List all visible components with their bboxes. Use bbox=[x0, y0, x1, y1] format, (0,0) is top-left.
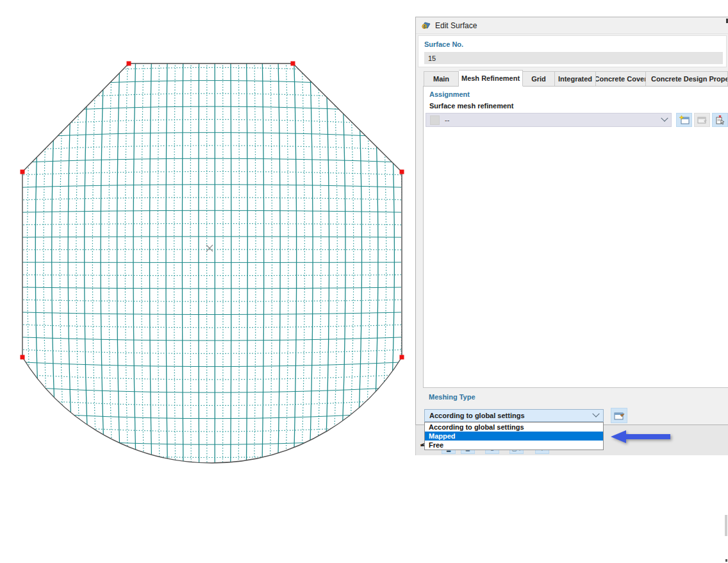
option-label: Mapped bbox=[429, 432, 456, 440]
surface-no-value: 15 bbox=[428, 55, 436, 62]
edit-window-icon-disabled bbox=[697, 116, 707, 124]
edit-settings-icon bbox=[614, 411, 625, 421]
option-label: According to global settings bbox=[429, 423, 524, 431]
tab-grid[interactable]: Grid bbox=[523, 71, 555, 87]
tab-concrete-cover[interactable]: Concrete Cover bbox=[596, 71, 646, 87]
surface-no-label: Surface No. bbox=[424, 40, 463, 48]
option-mapped[interactable]: Mapped bbox=[425, 432, 603, 441]
annotation-arrow-left-icon bbox=[610, 430, 672, 444]
color-swatch bbox=[430, 115, 440, 125]
mesh-viewport[interactable] bbox=[0, 0, 423, 487]
edit-surface-dialog: 6 Edit Surface Surface No. 15 Main Mesh … bbox=[415, 17, 728, 425]
tab-label: Integrated bbox=[558, 75, 592, 83]
new-window-icon bbox=[679, 115, 690, 124]
dialog-titlebar[interactable]: 6 Edit Surface bbox=[416, 17, 728, 34]
surface-icon: 6 bbox=[422, 21, 431, 29]
tab-mesh-refinement[interactable]: Mesh Refinement bbox=[459, 70, 523, 87]
delete-icon bbox=[715, 115, 725, 125]
tab-bar: Main Mesh Refinement Grid Integrated Con… bbox=[424, 70, 728, 87]
option-label: Free bbox=[429, 441, 443, 449]
edit-refinement-button[interactable] bbox=[694, 113, 710, 127]
surface-mesh-refinement-combobox[interactable]: -- bbox=[426, 113, 672, 127]
assignment-header: Assignment bbox=[429, 90, 470, 98]
svg-text:6: 6 bbox=[423, 24, 426, 29]
new-refinement-button[interactable] bbox=[676, 113, 692, 127]
tab-label: Grid bbox=[531, 75, 546, 83]
edge-dot-artifact bbox=[725, 559, 727, 562]
delete-refinement-button[interactable] bbox=[712, 113, 728, 127]
tab-label: Main bbox=[433, 75, 449, 83]
tab-label: Mesh Refinement bbox=[461, 74, 520, 82]
tab-main[interactable]: Main bbox=[424, 71, 459, 87]
tab-label: Concrete Design Proper bbox=[651, 75, 728, 83]
combo-value: According to global settings bbox=[429, 412, 593, 419]
mesh-refinement-tab-panel: Assignment Surface mesh refinement -- bbox=[423, 86, 728, 388]
surface-mesh-refinement-label: Surface mesh refinement bbox=[429, 102, 513, 110]
chevron-down-icon bbox=[592, 410, 599, 417]
tab-integrated[interactable]: Integrated bbox=[555, 71, 596, 87]
meshing-settings-button[interactable] bbox=[611, 408, 627, 423]
chevron-down-icon bbox=[661, 115, 668, 122]
tab-label: Concrete Cover bbox=[596, 75, 646, 83]
tab-concrete-design-properties[interactable]: Concrete Design Proper bbox=[646, 71, 728, 87]
dialog-title: Edit Surface bbox=[435, 21, 477, 30]
scrollbar-artifact bbox=[725, 515, 727, 536]
meshing-type-header: Meshing Type bbox=[429, 393, 476, 401]
meshing-type-combobox[interactable]: According to global settings bbox=[424, 409, 604, 422]
option-free[interactable]: Free bbox=[425, 441, 603, 450]
combo-value: -- bbox=[445, 116, 657, 124]
surface-no-group: Surface No. 15 bbox=[418, 35, 727, 67]
surface-no-input[interactable]: 15 bbox=[424, 52, 723, 64]
meshing-type-dropdown-list: According to global settings Mapped Free bbox=[424, 422, 604, 450]
option-according-to-global-settings[interactable]: According to global settings bbox=[425, 423, 603, 432]
